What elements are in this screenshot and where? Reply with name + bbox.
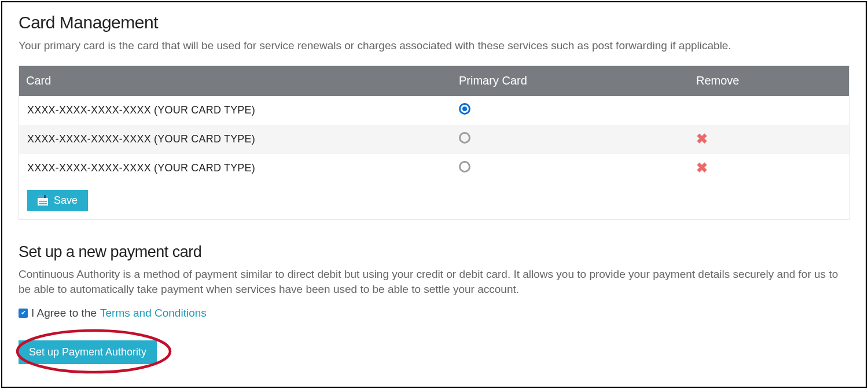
- svg-rect-4: [39, 200, 47, 201]
- primary-radio[interactable]: [459, 161, 470, 173]
- header-remove: Remove: [696, 74, 849, 87]
- card-label: XXXX-XXXX-XXXX-XXXX (YOUR CARD TYPE): [19, 104, 459, 116]
- table-row: XXXX-XXXX-XXXX-XXXX (YOUR CARD TYPE) ✖: [19, 154, 849, 183]
- terms-link[interactable]: Terms and Conditions: [100, 307, 207, 320]
- save-icon: [38, 195, 48, 205]
- save-row: Save: [19, 183, 849, 219]
- svg-rect-1: [38, 195, 48, 198]
- table-row: XXXX-XXXX-XXXX-XXXX (YOUR CARD TYPE) ✖: [19, 125, 849, 154]
- header-primary: Primary Card: [459, 74, 696, 87]
- setup-area: Set up Payment Authority: [19, 340, 849, 387]
- svg-rect-2: [44, 195, 46, 198]
- save-button-label: Save: [54, 195, 78, 207]
- table-header-row: Card Primary Card Remove: [19, 66, 849, 96]
- cards-table: Card Primary Card Remove XXXX-XXXX-XXXX-…: [19, 65, 849, 220]
- primary-radio[interactable]: [459, 132, 470, 144]
- agree-prefix: I Agree to the: [31, 307, 97, 320]
- agree-checkbox[interactable]: ✔: [19, 309, 28, 318]
- setup-button-label: Set up Payment Authority: [29, 346, 146, 358]
- section-title-new-card: Set up a new payment card: [19, 243, 849, 261]
- page-subtitle: Your primary card is the card that will …: [19, 38, 849, 54]
- card-label: XXXX-XXXX-XXXX-XXXX (YOUR CARD TYPE): [19, 133, 459, 145]
- save-button[interactable]: Save: [27, 190, 88, 211]
- setup-payment-authority-button[interactable]: Set up Payment Authority: [19, 340, 157, 364]
- primary-radio[interactable]: [459, 103, 470, 115]
- svg-rect-5: [39, 202, 47, 203]
- remove-icon[interactable]: ✖: [696, 161, 708, 175]
- card-label: XXXX-XXXX-XXXX-XXXX (YOUR CARD TYPE): [19, 162, 459, 174]
- table-row: XXXX-XXXX-XXXX-XXXX (YOUR CARD TYPE): [19, 96, 849, 125]
- section-desc-new-card: Continuous Authority is a method of paym…: [19, 267, 849, 298]
- page-title: Card Management: [19, 13, 849, 32]
- agree-row: ✔ I Agree to the Terms and Conditions: [19, 307, 849, 320]
- card-management-panel: Card Management Your primary card is the…: [1, 1, 867, 388]
- header-card: Card: [19, 74, 459, 87]
- remove-icon[interactable]: ✖: [696, 132, 708, 146]
